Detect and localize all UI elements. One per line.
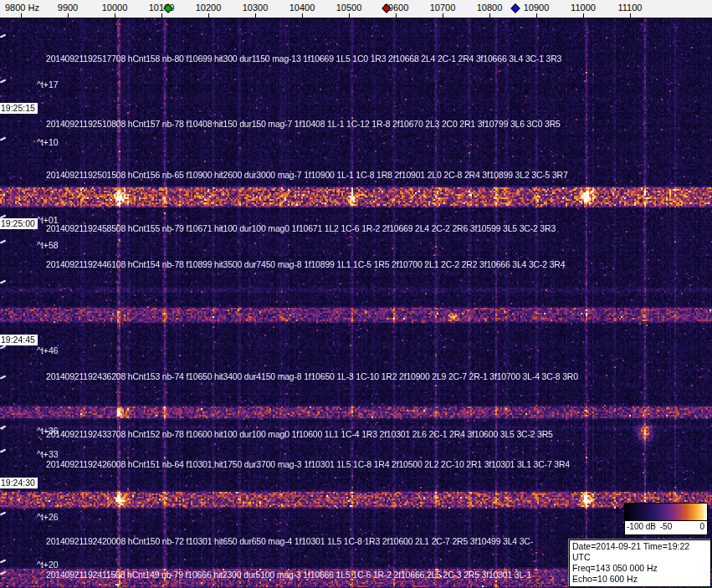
detection-log-line: 20140921192501508 hCnt156 nb-65 f10900 h… [46,170,568,180]
info-frequency: Freq=143 050 000 Hz [572,563,708,574]
marker-diamond-blue[interactable] [510,3,520,13]
amplitude-gradient-bar [625,504,707,521]
time-axis-tick [0,137,6,141]
freq-tick-label: 10400 [289,3,315,13]
spectrum-waterfall-window: 20140921192517708 hCnt158 nb-80 f10699 h… [0,0,712,588]
time-axis-tick [0,571,6,575]
frequency-scale: 9800 Hz990010000101001020010300104001050… [0,0,712,18]
freq-tick-label: 10800 [477,3,503,13]
waterfall-overlay: 20140921192517708 hCnt158 nb-80 f10699 h… [0,0,712,588]
freq-tick-label: 10700 [430,3,456,13]
detection-log-line: 20140921192517708 hCnt158 nb-80 f10699 h… [46,54,561,64]
time-offset-mark: ^t+46 [37,345,59,355]
db-max-label: 0 [699,522,704,531]
db-min-label: -100 dB [627,522,656,531]
freq-tick [583,13,584,18]
info-date-time: Date=2014-09-21 Time=19:22 UTC [572,541,708,563]
detection-log-line: 20140921192446108 hCnt154 nb-78 f10899 h… [46,259,565,269]
time-axis-label: 19:24:30 [0,478,38,488]
time-axis-tick [0,345,6,350]
freq-tick [396,13,397,18]
detection-log-line: 20140921192420008 hCnt150 nb-72 f10301 h… [46,536,533,546]
freq-tick [302,13,303,18]
freq-tick [489,13,490,18]
time-axis-tick [0,449,6,453]
freq-tick-label: 9800 Hz [5,3,39,13]
amplitude-color-scale: -100 dB -50 0 [624,503,708,535]
freq-tick [349,13,350,18]
db-mid-label: -50 [660,522,672,531]
time-axis-tick [0,376,6,380]
time-axis-tick [0,560,6,564]
freq-tick [21,13,22,18]
time-axis-label: 19:25:15 [0,103,38,114]
detection-log-line: 20140921192433708 hCnt152 nb-78 f10600 h… [46,429,553,439]
time-axis-label: 19:24:45 [0,335,38,345]
time-axis-label: 19:25:00 [0,218,38,229]
time-offset-mark: ^t+20 [37,560,59,570]
freq-tick [208,13,209,18]
time-offset-mark: ^t+01 [37,215,59,225]
detection-log-line: 20140921192426008 hCnt151 nb-64 f10301 h… [46,459,570,469]
detection-log-line: 20140921192411508 hCnt149 nb-79 f10666 h… [46,570,531,580]
freq-tick [115,13,115,18]
time-offset-mark: ^t+36 [37,426,59,436]
freq-tick-label: 10300 [243,3,269,13]
detection-log-line: 20140921192510808 hCnt157 nb-78 f10408 h… [46,119,561,129]
amplitude-scale-labels: -100 dB -50 0 [625,521,707,534]
freq-tick [255,13,256,18]
detection-log-line: 20140921192458508 hCnt155 nb-79 f10671 h… [46,223,556,233]
freq-tick-label: 10000 [102,3,128,13]
freq-tick-label: 10200 [196,3,222,13]
detection-log-line: 20140921192436208 hCnt153 nb-74 f10650 h… [46,371,578,381]
time-axis-tick [0,79,6,84]
time-offset-mark: ^t+33 [37,449,59,459]
freq-tick-label: 9900 [58,3,78,13]
freq-tick [68,13,69,18]
time-offset-mark: ^t+58 [37,240,59,250]
freq-tick [443,13,443,18]
freq-tick-label: 10900 [524,3,550,13]
time-offset-mark: ^t+17 [37,79,59,89]
freq-tick-label: 10500 [336,3,362,13]
freq-tick [536,13,537,18]
time-axis-tick [0,280,6,284]
time-axis-tick [0,240,6,244]
freq-tick-label: 11000 [571,3,596,13]
freq-tick [630,13,631,18]
freq-tick [161,13,162,18]
time-axis-tick [0,426,6,430]
info-echo-frequency: Echo=10 600 Hz [572,574,708,585]
time-axis-tick [0,512,6,516]
time-offset-mark: ^t+26 [37,512,59,522]
time-axis-tick [0,34,6,38]
time-offset-mark: ^t+10 [37,137,59,147]
status-info-box: Date=2014-09-21 Time=19:22 UTC Freq=143 … [569,539,711,587]
freq-tick-label: 11100 [618,3,643,13]
info-station-id: HPHK [572,585,708,588]
